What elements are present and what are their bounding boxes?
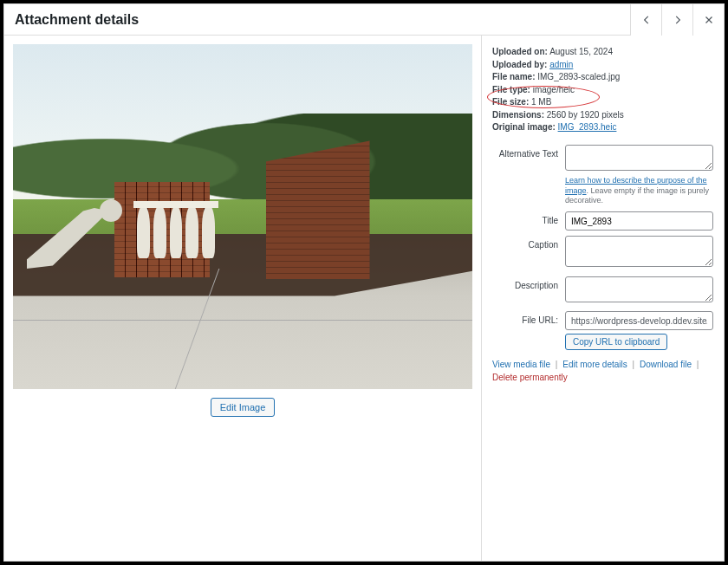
meta-label: Uploaded on: [492,47,548,56]
meta-label: Dimensions: [492,110,544,120]
modal-body: Edit Image Uploaded on: August 15, 2024 … [4,36,724,561]
meta-label: File type: [492,85,530,94]
meta-value: image/heic [533,85,575,94]
alt-text-hint: Learn how to describe the purpose of the… [565,176,713,206]
attachment-image [13,44,472,389]
close-icon [703,14,715,26]
view-media-link[interactable]: View media file [492,360,550,369]
meta-label: File name: [492,72,535,81]
file-url-label: File URL: [492,311,565,328]
attachment-actions: View media file | Edit more details | Do… [492,359,713,384]
chevron-right-icon [672,14,684,26]
field-description: Description [492,276,713,307]
media-preview-pane: Edit Image [4,36,482,561]
next-button[interactable] [661,4,692,36]
close-button[interactable] [692,4,724,36]
meta-dimensions: Dimensions: 2560 by 1920 pixels [492,109,713,122]
details-sidebar: Uploaded on: August 15, 2024 Uploaded by… [482,36,724,561]
fields: Alternative Text Learn how to describe t… [492,145,713,351]
meta-filetype: File type: image/heic [492,84,713,97]
modal-header: Attachment details [4,4,724,36]
field-title: Title [492,211,713,231]
separator: | [633,360,635,369]
field-alt-text: Alternative Text Learn how to describe t… [492,145,713,207]
meta-value: 1 MB [531,97,551,107]
attachment-details-modal: Attachment details [3,3,725,562]
title-input[interactable] [565,211,713,231]
original-image-link[interactable]: IMG_2893.heic [558,122,617,132]
meta-value: 2560 by 1920 pixels [547,110,624,120]
file-url-input[interactable] [565,311,713,330]
meta-value: IMG_2893-scaled.jpg [537,72,620,81]
meta-value: August 15, 2024 [549,47,613,56]
alt-text-hint-rest: . Leave empty if the image is purely dec… [565,186,709,205]
download-file-link[interactable]: Download file [640,360,692,369]
description-label: Description [492,276,565,293]
meta-original: Original image: IMG_2893.heic [492,121,713,134]
separator: | [556,360,558,369]
copy-url-button[interactable]: Copy URL to clipboard [565,334,667,350]
meta-label: File size: [492,97,529,107]
header-nav-buttons [630,4,724,36]
meta-label: Original image: [492,122,556,132]
image-wrap [13,44,472,389]
field-file-url: File URL: Copy URL to clipboard [492,311,713,350]
title-label: Title [492,211,565,228]
meta-filesize: File size: 1 MB [492,96,713,109]
meta-uploaded-on: Uploaded on: August 15, 2024 [492,46,713,59]
alt-text-label: Alternative Text [492,145,565,161]
file-meta: Uploaded on: August 15, 2024 Uploaded by… [492,46,713,134]
separator: | [697,360,699,369]
caption-label: Caption [492,236,565,252]
edit-image-button[interactable]: Edit Image [211,398,276,417]
edit-details-link[interactable]: Edit more details [562,360,627,369]
attachment-modal-frame: Attachment details [0,0,728,565]
uploaded-by-link[interactable]: admin [549,60,573,69]
prev-button[interactable] [630,4,661,36]
alt-text-input[interactable] [565,145,713,171]
description-input[interactable] [565,276,713,302]
meta-label: Uploaded by: [492,60,547,69]
delete-permanently-link[interactable]: Delete permanently [492,373,568,382]
chevron-left-icon [640,14,653,26]
meta-filename: File name: IMG_2893-scaled.jpg [492,71,713,84]
caption-input[interactable] [565,236,713,267]
modal-title: Attachment details [15,12,630,28]
meta-uploaded-by: Uploaded by: admin [492,59,713,72]
field-caption: Caption [492,236,713,271]
